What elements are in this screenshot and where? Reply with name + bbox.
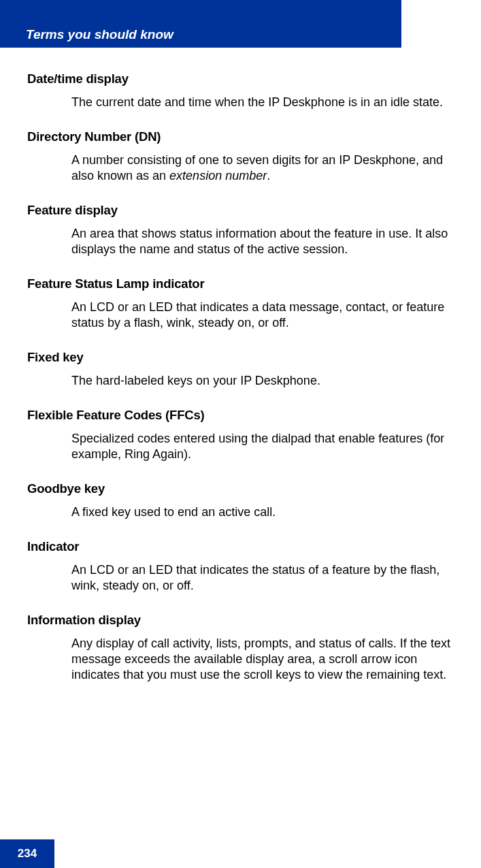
header-bar: Terms you should know — [0, 0, 401, 48]
term-heading: Indicator — [27, 539, 457, 554]
content-area: Date/time display The current date and t… — [27, 71, 457, 703]
term-heading: Date/time display — [27, 71, 457, 86]
term-definition: An LCD or an LED that indicates the stat… — [71, 562, 457, 594]
term-heading: Feature Status Lamp indicator — [27, 276, 457, 291]
term-definition: Any display of call activity, lists, pro… — [71, 636, 457, 683]
term-definition: An area that shows status information ab… — [71, 226, 457, 257]
page-title: Terms you should know — [26, 27, 173, 42]
term-definition: A number consisting of one to seven digi… — [71, 152, 457, 184]
term-definition: The hard-labeled keys on your IP Deskpho… — [71, 373, 457, 389]
footer-bar: 234 — [0, 839, 54, 868]
term-heading: Goodbye key — [27, 481, 457, 496]
term-heading: Fixed key — [27, 350, 457, 365]
definition-text: . — [267, 169, 270, 182]
term-definition: The current date and time when the IP De… — [71, 95, 457, 110]
term-heading: Information display — [27, 613, 457, 628]
term-heading: Flexible Feature Codes (FFCs) — [27, 408, 457, 423]
page-number: 234 — [18, 847, 37, 861]
term-definition: Specialized codes entered using the dial… — [71, 431, 457, 462]
term-heading: Directory Number (DN) — [27, 129, 457, 144]
definition-italic: extension number — [169, 169, 267, 182]
term-definition: A fixed key used to end an active call. — [71, 504, 457, 520]
term-definition: An LCD or an LED that indicates a data m… — [71, 300, 457, 331]
term-heading: Feature display — [27, 203, 457, 218]
